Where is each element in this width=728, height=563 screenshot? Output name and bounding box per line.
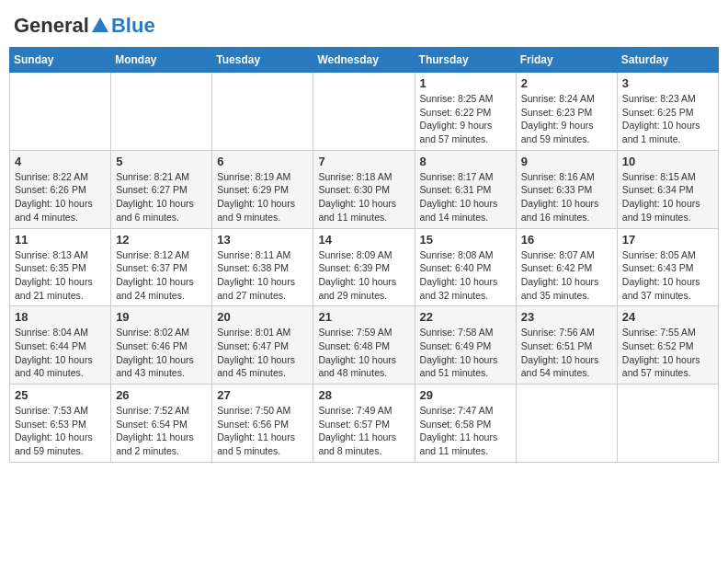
cell-w3-d4: 15Sunrise: 8:08 AM Sunset: 6:40 PM Dayli… xyxy=(415,228,516,306)
cell-w3-d1: 12Sunrise: 8:12 AM Sunset: 6:37 PM Dayli… xyxy=(111,228,212,306)
cell-w1-d1 xyxy=(111,73,212,151)
cell-w4-d1: 19Sunrise: 8:02 AM Sunset: 6:46 PM Dayli… xyxy=(111,306,212,385)
cell-w1-d5: 2Sunrise: 8:24 AM Sunset: 6:23 PM Daylig… xyxy=(516,73,617,151)
cell-w5-d4: 29Sunrise: 7:47 AM Sunset: 6:58 PM Dayli… xyxy=(415,385,516,463)
cell-day-number: 15 xyxy=(420,233,511,247)
cell-day-number: 11 xyxy=(15,233,106,247)
cell-day-number: 2 xyxy=(521,76,612,90)
cell-day-info: Sunrise: 8:25 AM Sunset: 6:22 PM Dayligh… xyxy=(420,92,511,146)
cell-day-info: Sunrise: 7:58 AM Sunset: 6:49 PM Dayligh… xyxy=(420,326,511,380)
col-tuesday: Tuesday xyxy=(212,48,313,73)
cell-w2-d5: 9Sunrise: 8:16 AM Sunset: 6:33 PM Daylig… xyxy=(516,150,617,228)
cell-day-info: Sunrise: 8:21 AM Sunset: 6:27 PM Dayligh… xyxy=(116,170,207,224)
cell-day-info: Sunrise: 8:09 AM Sunset: 6:39 PM Dayligh… xyxy=(318,248,409,303)
cell-w3-d2: 13Sunrise: 8:11 AM Sunset: 6:38 PM Dayli… xyxy=(212,228,313,306)
cell-day-number: 18 xyxy=(15,310,106,324)
cell-day-info: Sunrise: 7:53 AM Sunset: 6:53 PM Dayligh… xyxy=(15,404,106,458)
cell-w5-d5 xyxy=(516,385,617,463)
cell-day-info: Sunrise: 8:19 AM Sunset: 6:29 PM Dayligh… xyxy=(217,170,308,224)
cell-day-info: Sunrise: 8:02 AM Sunset: 6:46 PM Dayligh… xyxy=(116,326,207,380)
cell-day-info: Sunrise: 8:12 AM Sunset: 6:37 PM Dayligh… xyxy=(116,248,207,303)
cell-w2-d2: 6Sunrise: 8:19 AM Sunset: 6:29 PM Daylig… xyxy=(212,150,313,228)
col-thursday: Thursday xyxy=(415,48,516,73)
cell-w4-d0: 18Sunrise: 8:04 AM Sunset: 6:44 PM Dayli… xyxy=(10,306,111,385)
cell-day-number: 25 xyxy=(15,388,106,402)
cell-day-info: Sunrise: 8:15 AM Sunset: 6:34 PM Dayligh… xyxy=(622,170,713,224)
cell-day-info: Sunrise: 8:17 AM Sunset: 6:31 PM Dayligh… xyxy=(420,170,511,224)
cell-w1-d0 xyxy=(10,73,111,151)
cell-day-number: 6 xyxy=(217,155,308,168)
logo-icon xyxy=(90,16,110,36)
logo-blue-text: Blue xyxy=(111,14,155,38)
cell-w4-d4: 22Sunrise: 7:58 AM Sunset: 6:49 PM Dayli… xyxy=(415,306,516,385)
calendar-header-row: Sunday Monday Tuesday Wednesday Thursday… xyxy=(10,48,719,73)
cell-w3-d5: 16Sunrise: 8:07 AM Sunset: 6:42 PM Dayli… xyxy=(516,228,617,306)
cell-w5-d6 xyxy=(617,385,718,463)
cell-day-info: Sunrise: 8:07 AM Sunset: 6:42 PM Dayligh… xyxy=(521,248,612,303)
cell-day-info: Sunrise: 7:59 AM Sunset: 6:48 PM Dayligh… xyxy=(318,326,409,380)
cell-w5-d3: 28Sunrise: 7:49 AM Sunset: 6:57 PM Dayli… xyxy=(313,385,415,463)
cell-day-info: Sunrise: 8:04 AM Sunset: 6:44 PM Dayligh… xyxy=(15,326,106,380)
cell-day-number: 22 xyxy=(420,310,511,324)
cell-w3-d0: 11Sunrise: 8:13 AM Sunset: 6:35 PM Dayli… xyxy=(10,228,111,306)
cell-w2-d0: 4Sunrise: 8:22 AM Sunset: 6:26 PM Daylig… xyxy=(10,150,111,228)
cell-w2-d1: 5Sunrise: 8:21 AM Sunset: 6:27 PM Daylig… xyxy=(111,150,212,228)
cell-w5-d1: 26Sunrise: 7:52 AM Sunset: 6:54 PM Dayli… xyxy=(111,385,212,463)
cell-day-number: 20 xyxy=(217,310,308,324)
cell-w2-d4: 8Sunrise: 8:17 AM Sunset: 6:31 PM Daylig… xyxy=(415,150,516,228)
week-row-3: 11Sunrise: 8:13 AM Sunset: 6:35 PM Dayli… xyxy=(10,228,719,306)
cell-w4-d2: 20Sunrise: 8:01 AM Sunset: 6:47 PM Dayli… xyxy=(212,306,313,385)
cell-day-number: 4 xyxy=(15,155,106,168)
cell-day-info: Sunrise: 7:49 AM Sunset: 6:57 PM Dayligh… xyxy=(318,404,409,458)
calendar-table: Sunday Monday Tuesday Wednesday Thursday… xyxy=(9,47,719,463)
cell-w1-d6: 3Sunrise: 8:23 AM Sunset: 6:25 PM Daylig… xyxy=(617,73,718,151)
cell-w4-d3: 21Sunrise: 7:59 AM Sunset: 6:48 PM Dayli… xyxy=(313,306,415,385)
col-wednesday: Wednesday xyxy=(313,48,415,73)
cell-day-info: Sunrise: 7:52 AM Sunset: 6:54 PM Dayligh… xyxy=(116,404,207,458)
col-monday: Monday xyxy=(111,48,212,73)
col-friday: Friday xyxy=(516,48,617,73)
cell-day-info: Sunrise: 8:01 AM Sunset: 6:47 PM Dayligh… xyxy=(217,326,308,380)
cell-day-number: 19 xyxy=(116,310,207,324)
logo: General Blue xyxy=(14,14,155,38)
cell-day-info: Sunrise: 8:24 AM Sunset: 6:23 PM Dayligh… xyxy=(521,92,612,146)
cell-day-info: Sunrise: 7:56 AM Sunset: 6:51 PM Dayligh… xyxy=(521,326,612,380)
cell-day-info: Sunrise: 8:05 AM Sunset: 6:43 PM Dayligh… xyxy=(622,248,713,303)
cell-day-info: Sunrise: 8:11 AM Sunset: 6:38 PM Dayligh… xyxy=(217,248,308,303)
cell-w5-d0: 25Sunrise: 7:53 AM Sunset: 6:53 PM Dayli… xyxy=(10,385,111,463)
col-saturday: Saturday xyxy=(617,48,718,73)
col-sunday: Sunday xyxy=(10,48,111,73)
cell-w1-d3 xyxy=(313,73,415,151)
cell-day-info: Sunrise: 8:13 AM Sunset: 6:35 PM Dayligh… xyxy=(15,248,106,303)
cell-day-number: 8 xyxy=(420,155,511,168)
cell-day-number: 12 xyxy=(116,233,207,247)
cell-day-number: 7 xyxy=(318,155,409,168)
cell-w4-d6: 24Sunrise: 7:55 AM Sunset: 6:52 PM Dayli… xyxy=(617,306,718,385)
cell-day-number: 26 xyxy=(116,388,207,402)
cell-w2-d3: 7Sunrise: 8:18 AM Sunset: 6:30 PM Daylig… xyxy=(313,150,415,228)
calendar-body: 1Sunrise: 8:25 AM Sunset: 6:22 PM Daylig… xyxy=(10,73,719,463)
cell-day-number: 10 xyxy=(622,155,713,168)
cell-day-number: 21 xyxy=(318,310,409,324)
cell-day-number: 27 xyxy=(217,388,308,402)
week-row-4: 18Sunrise: 8:04 AM Sunset: 6:44 PM Dayli… xyxy=(10,306,719,385)
page-header: General Blue xyxy=(9,9,719,38)
cell-w2-d6: 10Sunrise: 8:15 AM Sunset: 6:34 PM Dayli… xyxy=(617,150,718,228)
week-row-1: 1Sunrise: 8:25 AM Sunset: 6:22 PM Daylig… xyxy=(10,73,719,151)
cell-w3-d3: 14Sunrise: 8:09 AM Sunset: 6:39 PM Dayli… xyxy=(313,228,415,306)
cell-day-number: 1 xyxy=(420,76,511,90)
week-row-5: 25Sunrise: 7:53 AM Sunset: 6:53 PM Dayli… xyxy=(10,385,719,463)
cell-day-info: Sunrise: 8:23 AM Sunset: 6:25 PM Dayligh… xyxy=(622,92,713,146)
cell-day-info: Sunrise: 8:16 AM Sunset: 6:33 PM Dayligh… xyxy=(521,170,612,224)
cell-day-info: Sunrise: 7:50 AM Sunset: 6:56 PM Dayligh… xyxy=(217,404,308,458)
logo-general-text: General xyxy=(14,14,89,38)
cell-day-number: 17 xyxy=(622,233,713,247)
svg-marker-0 xyxy=(92,17,108,32)
cell-day-number: 14 xyxy=(318,233,409,247)
cell-day-number: 13 xyxy=(217,233,308,247)
cell-day-info: Sunrise: 8:22 AM Sunset: 6:26 PM Dayligh… xyxy=(15,170,106,224)
week-row-2: 4Sunrise: 8:22 AM Sunset: 6:26 PM Daylig… xyxy=(10,150,719,228)
cell-day-number: 29 xyxy=(420,388,511,402)
cell-w1-d4: 1Sunrise: 8:25 AM Sunset: 6:22 PM Daylig… xyxy=(415,73,516,151)
cell-day-number: 23 xyxy=(521,310,612,324)
